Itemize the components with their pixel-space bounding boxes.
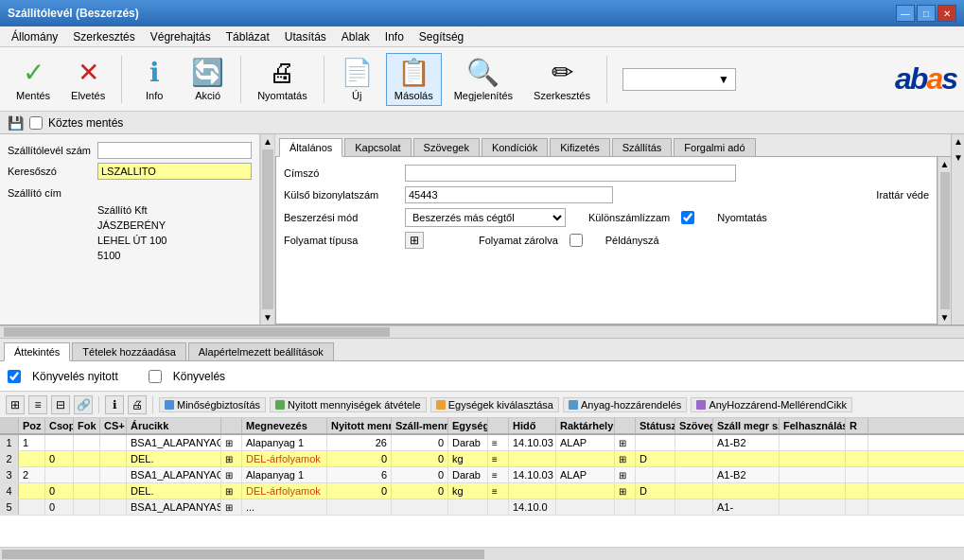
cell-3-icon[interactable]: ⊞ xyxy=(221,467,242,482)
tab-attekintes[interactable]: Áttekintés xyxy=(4,342,70,361)
tab-alapertelmezett[interactable]: Alapértelmezett beállítások xyxy=(188,342,334,360)
menu-vegrehajtás[interactable]: Végrehajtás xyxy=(143,28,219,45)
col-header-megnevezes[interactable]: Megnevezés xyxy=(242,418,327,433)
outer-right-scrollbar[interactable]: ▲ ▼ xyxy=(951,134,964,324)
col-header-szallmegr[interactable]: Száll megr sz xyxy=(713,418,780,433)
quick-save-checkbox[interactable] xyxy=(29,116,43,130)
col-header-nyitott[interactable]: Nyitott menny xyxy=(327,418,392,433)
mentés-button[interactable]: ✓ Mentés xyxy=(8,53,59,106)
cell-4-raktarhely-icon[interactable]: ⊞ xyxy=(615,483,636,499)
cell-2-icon[interactable]: ⊞ xyxy=(221,451,242,466)
cell-1-raktarhely-icon[interactable]: ⊞ xyxy=(615,435,636,450)
col-header-szoveg[interactable]: Szöveg xyxy=(675,418,713,433)
col-header-egyseg[interactable]: Egység xyxy=(448,418,488,433)
menu-allomany[interactable]: Állomány xyxy=(4,28,65,45)
info-button[interactable]: ℹ Info xyxy=(130,53,179,106)
kulso-input[interactable] xyxy=(405,186,613,203)
akció-button[interactable]: 🔄 Akció xyxy=(183,53,233,106)
menu-szerkesztes[interactable]: Szerkesztés xyxy=(65,28,142,45)
col-header-arucikk[interactable]: Árucikk xyxy=(127,418,221,433)
menu-ablak[interactable]: Ablak xyxy=(334,28,377,45)
beszerzes-select[interactable]: Beszerzés más cégtől xyxy=(405,208,566,227)
scroll-down-icon[interactable]: ▼ xyxy=(261,310,274,324)
menu-utasitas[interactable]: Utasítás xyxy=(277,28,334,45)
grid-list-btn[interactable]: ≡ xyxy=(28,395,47,414)
kulonszamlaz-checkbox[interactable] xyxy=(681,211,694,224)
másolás-button[interactable]: 📋 Másolás xyxy=(386,53,442,106)
menu-segitseg[interactable]: Segítség xyxy=(412,28,471,45)
cell-1-egyseg-icon[interactable]: ≡ xyxy=(488,435,509,450)
grid-link-btn[interactable]: 🔗 xyxy=(74,395,93,414)
tab-forgalmi-ado[interactable]: Forgalmi adó xyxy=(674,138,755,156)
left-panel-scrollbar[interactable]: ▲ ▼ xyxy=(260,134,275,324)
rscroll-down-icon[interactable]: ▼ xyxy=(938,310,951,324)
table-row[interactable]: 1 1 BSA1_ALAPANYAG ⊞ Alapanyag 1 26 0 Da… xyxy=(0,435,964,451)
szallitolevel-szam-input[interactable] xyxy=(97,142,252,159)
col-header-r[interactable]: R xyxy=(846,418,868,433)
tab-kapcsolat[interactable]: Kapcsolat xyxy=(344,138,411,156)
tab-kondiciok[interactable]: Kondíciók xyxy=(482,138,548,156)
nyomtatás-button[interactable]: 🖨 Nyomtatás xyxy=(249,53,316,106)
cell-4-icon[interactable]: ⊞ xyxy=(221,483,242,499)
cimzo-input[interactable] xyxy=(405,165,736,182)
col-header-cs[interactable]: CS+ xyxy=(100,418,127,433)
cell-2-egyseg-icon[interactable]: ≡ xyxy=(488,451,509,466)
grid-info-btn[interactable]: ℹ xyxy=(105,395,124,414)
col-header-hido[interactable]: Hidő xyxy=(509,418,556,433)
minimize-button[interactable]: — xyxy=(896,5,915,22)
tab-tetelek-hozzaadasa[interactable]: Tételek hozzáadása xyxy=(72,342,185,360)
folyamat-icon-button[interactable]: ⊞ xyxy=(405,232,424,249)
cell-4-egyseg-icon[interactable]: ≡ xyxy=(488,483,509,499)
cell-2-raktarhely-icon[interactable]: ⊞ xyxy=(615,451,636,466)
outer-scroll-up-icon[interactable]: ▲ xyxy=(952,134,964,149)
grid-tool-egysegek[interactable]: Egységek kiválasztása xyxy=(430,397,559,412)
tab-szovegek[interactable]: Szövegek xyxy=(413,138,480,156)
col-header-status[interactable]: Státusz xyxy=(636,418,675,433)
table-row[interactable]: 4 0 DEL. ⊞ DEL-árfolyamok 0 0 kg ≡ ⊞ D xyxy=(0,483,964,499)
tab-altalanos[interactable]: Általános xyxy=(279,138,342,157)
scroll-thumb[interactable] xyxy=(262,149,273,309)
table-row[interactable]: 2 0 DEL. ⊞ DEL-árfolyamok 0 0 kg ≡ ⊞ D xyxy=(0,451,964,467)
elvetés-button[interactable]: ✕ Elvetés xyxy=(62,53,114,106)
tab-szallitas[interactable]: Szállítás xyxy=(612,138,673,156)
cell-1-icon[interactable]: ⊞ xyxy=(221,435,242,450)
rscroll-up-icon[interactable]: ▲ xyxy=(938,157,951,171)
col-header-fok[interactable]: Fok xyxy=(74,418,100,433)
cell-3-raktarhely-icon[interactable]: ⊞ xyxy=(615,467,636,482)
grid-tool-nyitott[interactable]: Nyitott mennyiségek átvétele xyxy=(270,397,427,412)
table-row[interactable]: 5 0 BSA1_ALAPANYAS ⊞ ... 14.10.0 A1- xyxy=(0,499,964,516)
új-button[interactable]: 📄 Új xyxy=(332,53,382,106)
tab-kifizetés[interactable]: Kifizetés xyxy=(550,138,610,156)
col-header-csop[interactable]: Csop xyxy=(45,418,74,433)
grid-tool-minosegebizt[interactable]: Minőségbiztosítás xyxy=(159,397,266,412)
cell-3-egyseg-icon[interactable]: ≡ xyxy=(488,467,509,482)
right-panel-scrollbar[interactable]: ▲ ▼ xyxy=(938,157,951,324)
grid-remove-btn[interactable]: ⊟ xyxy=(51,395,70,414)
szerkesztés-button[interactable]: ✏ Szerkesztés xyxy=(525,53,599,106)
main-hscroll-thumb[interactable] xyxy=(4,327,390,337)
rscroll-thumb[interactable] xyxy=(940,172,950,309)
maximize-button[interactable]: □ xyxy=(917,5,936,22)
menu-info[interactable]: Info xyxy=(377,28,412,45)
close-button[interactable]: ✕ xyxy=(938,5,956,22)
table-row[interactable]: 3 2 BSA1_ALAPANYAG ⊞ Alapanyag 1 6 0 Dar… xyxy=(0,467,964,483)
toolbar-dropdown[interactable]: ▼ xyxy=(622,68,736,91)
outer-scroll-down-icon[interactable]: ▼ xyxy=(952,150,964,165)
col-header-szall[interactable]: Száll-menny xyxy=(392,418,448,433)
grid-print-btn[interactable]: 🖨 xyxy=(128,395,147,414)
window-controls[interactable]: — □ ✕ xyxy=(896,5,956,22)
col-header-felhasznalás[interactable]: Felhasználás xyxy=(780,418,846,433)
scroll-up-icon[interactable]: ▲ xyxy=(261,134,274,149)
grid-tool-anyhozzarend[interactable]: AnyHozzárend-MellérendCikk xyxy=(691,397,852,412)
cell-5-icon[interactable]: ⊞ xyxy=(221,499,242,515)
grid-add-btn[interactable]: ⊞ xyxy=(6,395,25,414)
col-header-raktarhely[interactable]: Raktárhely xyxy=(556,418,615,433)
keresozo-input[interactable] xyxy=(97,163,252,180)
main-hscrollbar[interactable] xyxy=(0,325,964,339)
megjelenítés-button[interactable]: 🔍 Megjelenítés xyxy=(446,53,521,106)
col-header-poz[interactable]: Poz xyxy=(19,418,45,433)
konyveles-checkbox[interactable] xyxy=(149,370,162,383)
konyveles-nyitott-checkbox[interactable] xyxy=(8,370,21,383)
grid-tool-anyag[interactable]: Anyag-hozzárendelés xyxy=(563,397,687,412)
menu-tablazat[interactable]: Táblázat xyxy=(219,28,277,45)
